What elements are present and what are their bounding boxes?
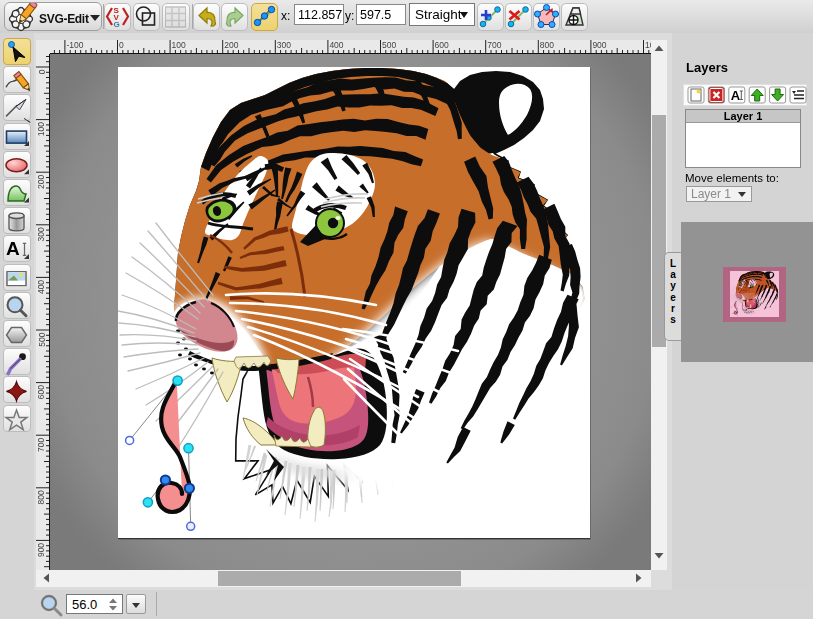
svg-text:600: 600 [435, 40, 449, 50]
svg-text:500: 500 [382, 40, 396, 50]
svg-text:400: 400 [329, 40, 343, 50]
svg-text:900: 900 [37, 543, 47, 557]
svg-text:A: A [6, 238, 20, 259]
svg-text:300: 300 [277, 40, 291, 50]
svg-text:700: 700 [487, 40, 501, 50]
svg-text:100: 100 [172, 40, 186, 50]
svg-text:200: 200 [224, 40, 238, 50]
svg-text:200: 200 [37, 174, 47, 188]
svg-text:600: 600 [37, 385, 47, 399]
svg-text:0: 0 [37, 69, 47, 74]
svg-text:800: 800 [37, 490, 47, 504]
svg-text:100: 100 [37, 122, 47, 136]
svg-text:700: 700 [37, 437, 47, 451]
svg-text:400: 400 [37, 280, 47, 294]
svg-text:0: 0 [119, 40, 124, 50]
svg-text:-100: -100 [66, 40, 83, 50]
svg-text:A: A [731, 88, 741, 103]
svg-text:900: 900 [592, 40, 606, 50]
svg-text:800: 800 [540, 40, 554, 50]
svg-text:300: 300 [37, 227, 47, 241]
svg-text:500: 500 [37, 332, 47, 346]
svg-text:G: G [114, 20, 120, 29]
